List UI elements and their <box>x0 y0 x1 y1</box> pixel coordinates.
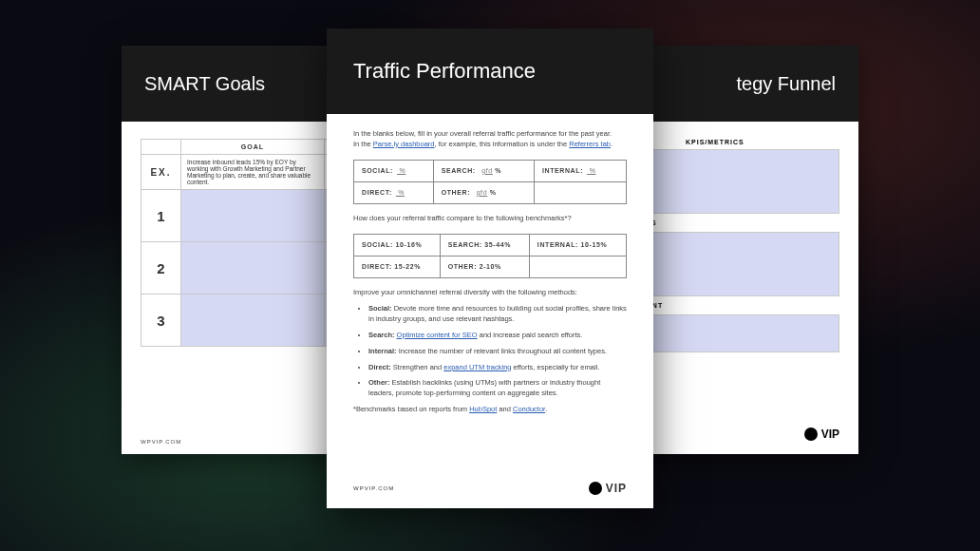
bullet-direct: Direct: Strengthen and expand UTM tracki… <box>368 363 627 373</box>
bench-social: SOCIAL: 10-16% <box>354 234 441 256</box>
seo-link[interactable]: Optimize content for SEO <box>397 331 478 339</box>
row-3-label: 3 <box>141 294 181 347</box>
methods-list: Social: Devote more time and resources t… <box>353 304 627 399</box>
doc-footer-url: WPVIP.COM <box>141 439 181 445</box>
cell-other: OTHER: gfd % <box>433 181 534 203</box>
wpvip-logo-icon: VIP <box>589 482 627 495</box>
benchmark-question: How does your referral traffic compare t… <box>353 214 627 224</box>
search-input[interactable]: gfd <box>481 167 493 174</box>
kpis-header: KPIS/METRICS <box>686 139 839 145</box>
direct-input[interactable]: % <box>396 189 405 196</box>
social-input[interactable]: % <box>397 167 405 174</box>
footer-url: WPVIP.COM <box>353 485 394 491</box>
doc-footer: WPVIP.COM VIP <box>353 482 627 495</box>
intro-line-2: In the Parse.ly dashboard, for example, … <box>353 140 627 150</box>
brand-text: VIP <box>606 482 627 495</box>
bench-internal: INTERNAL: 10-15% <box>529 234 626 256</box>
doc-body: In the blanks below, fill in your overal… <box>327 114 653 415</box>
bench-other: OTHER: 2-10% <box>440 256 529 278</box>
benchmark-table: SOCIAL: 10-16% SEARCH: 35-44% INTERNAL: … <box>353 234 627 278</box>
cell-internal: INTERNAL: % <box>534 160 626 181</box>
other-input[interactable]: gfd <box>477 189 488 196</box>
utm-link[interactable]: expand UTM tracking <box>443 363 511 371</box>
cell-direct: DIRECT: % <box>354 181 434 203</box>
bullet-other: Other: Establish backlinks (using UTMs) … <box>368 378 627 399</box>
row-3-goal-blank[interactable] <box>181 294 325 347</box>
wpvip-logo-icon: VIP <box>804 428 839 441</box>
row-2-goal-blank[interactable] <box>181 242 325 294</box>
cell-empty <box>534 181 626 203</box>
cell-social: SOCIAL: % <box>354 160 434 181</box>
cell-search: SEARCH: gfd % <box>433 160 534 181</box>
internal-input[interactable]: % <box>587 167 595 174</box>
row-1-goal-blank[interactable] <box>181 190 325 242</box>
fill-in-table: SOCIAL: % SEARCH: gfd % INTERNAL: % DIRE… <box>353 160 627 204</box>
ex-goal-text: Increase inbound leads 15% by EOY by wor… <box>181 155 325 190</box>
bullet-search: Search: Optimize content for SEO and inc… <box>368 331 627 341</box>
referrers-tab-link[interactable]: Referrers tab <box>569 140 611 148</box>
intro-line-1: In the blanks below, fill in your overal… <box>353 129 627 140</box>
row-ex-label: EX. <box>141 155 181 190</box>
conductor-link[interactable]: Conductor <box>513 405 545 413</box>
row-2-label: 2 <box>141 242 181 294</box>
benchmark-note: *Benchmarks based on reports from HubSpo… <box>353 405 627 415</box>
improve-text: Improve your omnichannel referral divers… <box>353 288 627 298</box>
row-1-label: 1 <box>141 190 181 242</box>
doc-footer: VIP <box>804 428 839 445</box>
brand-text: VIP <box>821 428 839 441</box>
bench-direct: DIRECT: 15-22% <box>354 256 441 278</box>
bench-search: SEARCH: 35-44% <box>440 234 529 256</box>
parsely-link[interactable]: Parse.ly dashboard <box>373 140 435 148</box>
document-traffic-performance: Traffic Performance In the blanks below,… <box>327 28 653 508</box>
intro-text: In the blanks below, fill in your overal… <box>353 129 627 150</box>
bullet-internal: Internal: Increase the number of relevan… <box>368 347 627 357</box>
doc-title: Traffic Performance <box>327 28 653 114</box>
bullet-social: Social: Devote more time and resources t… <box>368 304 627 325</box>
col-goal: GOAL <box>181 140 325 155</box>
bench-empty <box>529 256 626 278</box>
hubspot-link[interactable]: HubSpot <box>469 405 497 413</box>
